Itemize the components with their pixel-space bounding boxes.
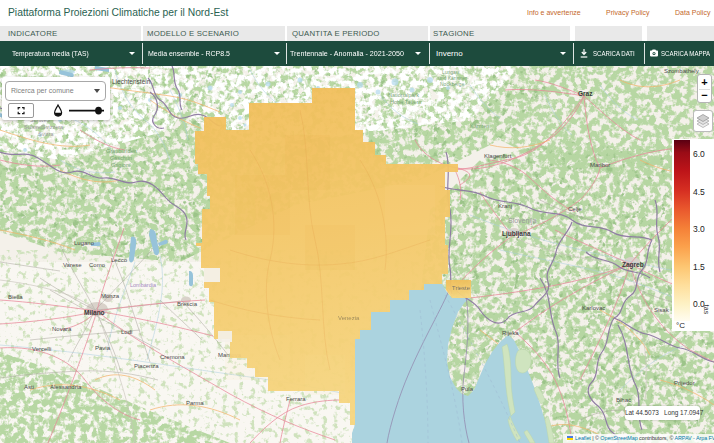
svg-text:Venezia: Venezia — [338, 315, 360, 321]
svg-text:Grischun: Grischun — [110, 155, 132, 161]
svg-text:Trieste: Trieste — [452, 285, 471, 291]
svg-text:Karlovac: Karlovac — [582, 305, 605, 311]
svg-text:Monza: Monza — [101, 293, 120, 299]
svg-text:Piacenza: Piacenza — [134, 363, 159, 369]
svg-text:Lodi: Lodi — [121, 329, 132, 335]
svg-text:Prijedor: Prijedor — [674, 380, 695, 386]
svg-text:Liechtenstein: Liechtenstein — [112, 78, 151, 85]
svg-text:Kärnten: Kärnten — [470, 123, 489, 129]
svg-text:Cremona: Cremona — [160, 354, 185, 360]
svg-text:Lecco: Lecco — [111, 257, 128, 263]
svg-text:Pula: Pula — [461, 386, 474, 392]
svg-text:Biella: Biella — [8, 294, 23, 300]
svg-text:Grigioni: Grigioni — [111, 162, 130, 168]
svg-text:Novara: Novara — [52, 326, 72, 332]
svg-text:Vercelli: Vercelli — [32, 346, 51, 352]
svg-text:Slovenija: Slovenija — [508, 217, 537, 225]
svg-text:Ferrara: Ferrara — [286, 396, 306, 402]
svg-text:Rijeka: Rijeka — [502, 330, 519, 336]
svg-text:Klagenfurt: Klagenfurt — [484, 153, 512, 159]
svg-text:Como: Como — [89, 262, 106, 268]
svg-text:Ljubljana: Ljubljana — [502, 230, 531, 238]
svg-text:Zagreb: Zagreb — [622, 261, 644, 269]
svg-text:Graz: Graz — [578, 90, 593, 97]
svg-text:Parma: Parma — [186, 400, 204, 406]
svg-text:Kranj: Kranj — [498, 203, 512, 209]
svg-text:Lugano: Lugano — [74, 240, 95, 246]
svg-text:Sisak: Sisak — [654, 307, 670, 313]
svg-text:Svizra: Svizra — [38, 131, 54, 137]
svg-text:Pavia: Pavia — [95, 345, 111, 351]
svg-text:Brescia: Brescia — [177, 301, 198, 307]
svg-text:Szombathely: Szombathely — [664, 68, 699, 74]
svg-text:Asti: Asti — [24, 384, 34, 390]
svg-text:Hohe Tauern: Hohe Tauern — [390, 99, 421, 105]
svg-text:Suisse/Svizzera: Suisse/Svizzera — [24, 124, 64, 130]
svg-text:Varese: Varese — [63, 262, 82, 268]
svg-text:Alessandria: Alessandria — [50, 384, 82, 390]
svg-text:Lombardia: Lombardia — [130, 282, 157, 288]
svg-text:Graubünden: Graubünden — [106, 148, 137, 154]
svg-text:Bihać: Bihać — [616, 397, 631, 403]
svg-text:Nationalpark: Nationalpark — [388, 92, 419, 98]
svg-text:Milano: Milano — [84, 309, 105, 316]
svg-text:Nockberge: Nockberge — [440, 81, 464, 87]
svg-text:Maribor: Maribor — [590, 162, 610, 168]
svg-text:Celje: Celje — [568, 206, 582, 212]
